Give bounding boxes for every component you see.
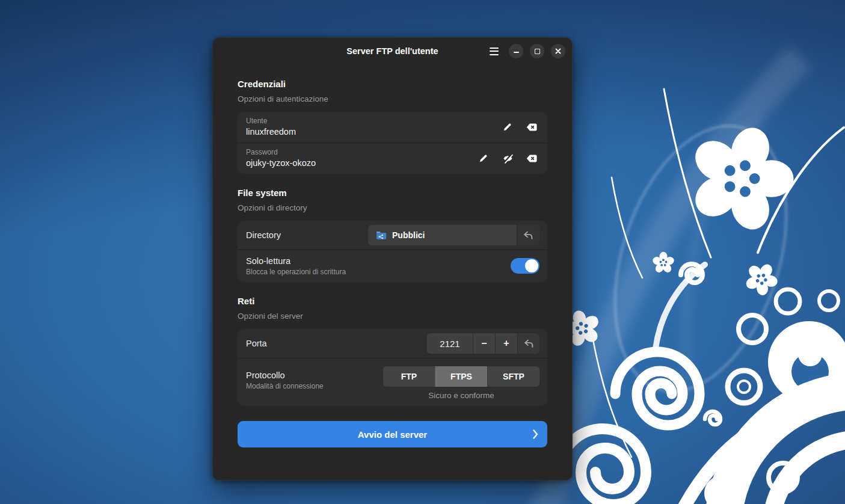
username-edit-button[interactable] [498,117,517,137]
window-title: Server FTP dell'utente [346,46,438,56]
directory-row: Directory [238,221,547,250]
password-field[interactable]: Password ojuky-tyzox-okozo [246,148,474,169]
password-value: ojuky-tyzox-okozo [246,158,474,169]
protocol-text: Protocollo Modalità di connessione [246,370,324,390]
protocol-segmented-control: FTP FTPS SFTP [383,366,539,387]
readonly-row: Solo-lettura Blocca le operazioni di scr… [238,250,547,282]
clear-backspace-icon [526,155,537,162]
protocol-option-ftps[interactable]: FTPS [435,366,487,387]
undo-icon [524,339,534,348]
port-reset-button[interactable] [517,333,539,354]
directory-label: Directory [246,230,281,240]
directory-chooser-group: Pubblici [368,225,539,245]
preferences-page: Credenziali Opzioni di autenticazione Ut… [212,79,573,447]
port-decrease-button[interactable]: − [473,333,495,354]
minimize-button[interactable] [509,44,523,58]
toggle-knob [525,259,538,272]
username-label: Utente [246,117,498,126]
port-row: Porta 2121 − + [238,329,547,358]
app-window: Server FTP dell'utente Credenziali Opzio… [212,37,573,481]
username-clear-button[interactable] [522,117,541,137]
network-card: Porta 2121 − + Protocollo Modalità di c [238,329,547,406]
clear-backspace-icon [526,123,537,131]
main-menu-button[interactable] [485,43,502,59]
credentials-card: Utente linuxfreedom Password [238,112,547,174]
directory-value: Pubblici [392,230,425,240]
password-label: Password [246,148,474,157]
window-controls [485,37,565,65]
readonly-description: Blocca le operazioni di scrittura [246,268,346,276]
port-label: Porta [246,339,267,348]
protocol-selector: FTP FTPS SFTP Sicuro e conforme [383,366,539,400]
username-field[interactable]: Utente linuxfreedom [246,117,498,138]
password-row: Password ojuky-tyzox-okozo [238,143,547,174]
readonly-toggle[interactable] [511,258,539,274]
maximize-icon [535,49,540,54]
filesystem-heading: File system [238,188,547,198]
port-spinbutton: 2121 − + [427,333,539,354]
protocol-option-ftp[interactable]: FTP [383,366,435,387]
password-clear-button[interactable] [522,149,541,168]
readonly-label: Solo-lettura [246,256,346,266]
titlebar: Server FTP dell'utente [212,37,573,65]
directory-chooser-button[interactable]: Pubblici [368,225,517,245]
network-subheading: Opzioni del server [238,312,547,321]
protocol-option-sftp[interactable]: SFTP [487,366,539,387]
hamburger-icon [490,48,499,55]
password-edit-button[interactable] [474,149,493,168]
password-reveal-button[interactable] [498,149,517,168]
network-heading: Reti [238,296,547,306]
readonly-text: Solo-lettura Blocca le operazioni di scr… [246,256,346,276]
protocol-description: Modalità di connessione [246,382,324,390]
chevron-right-icon [533,429,538,439]
credentials-subheading: Opzioni di autenticazione [238,94,547,103]
pencil-icon [479,153,488,163]
pencil-icon [503,122,512,132]
username-value: linuxfreedom [246,126,498,138]
protocol-hint: Sicuro e conforme [428,391,494,400]
credentials-heading: Credenziali [238,79,547,89]
minimize-icon [514,52,519,53]
filesystem-card: Directory [238,221,547,282]
close-button[interactable] [551,44,565,58]
undo-icon [523,231,533,240]
directory-reset-button[interactable] [517,225,539,245]
shared-folder-icon [376,231,387,239]
protocol-label: Protocollo [246,370,324,380]
username-row: Utente linuxfreedom [238,112,547,143]
port-increase-button[interactable]: + [495,333,517,354]
start-server-label: Avvio del server [358,429,427,440]
filesystem-subheading: Opzioni di directory [238,203,547,212]
close-icon [555,48,561,54]
start-server-button[interactable]: Avvio del server [238,421,547,447]
protocol-row: Protocollo Modalità di connessione FTP F… [238,358,547,406]
eye-slash-icon [503,153,513,164]
port-value[interactable]: 2121 [427,333,473,354]
maximize-button[interactable] [530,44,544,58]
